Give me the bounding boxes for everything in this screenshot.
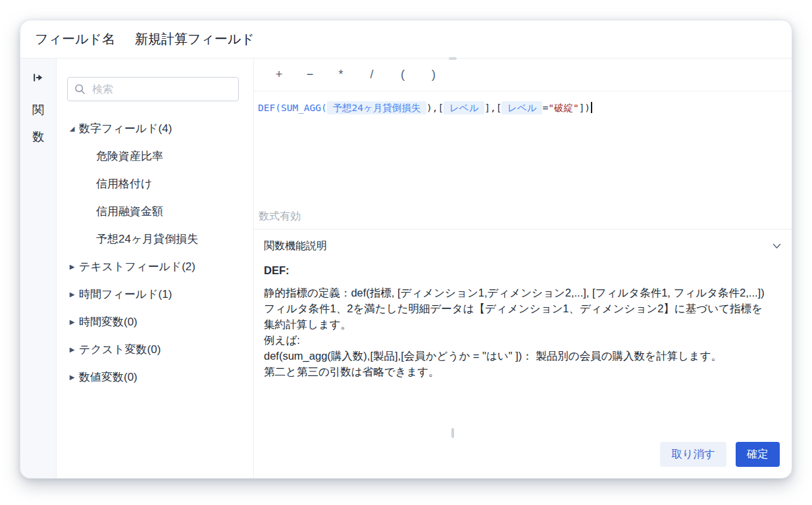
formula-token-fn: (	[275, 103, 281, 113]
doc-line: def(sum_agg(購入数),[製品],[会員かどうか = "はい" ])：…	[264, 348, 768, 364]
formula-token-field: レベル	[444, 101, 484, 114]
formula-token-plain: =	[542, 103, 548, 113]
operator-paren-open-button[interactable]: (	[397, 68, 408, 82]
triangle-collapsed-icon: ▶	[67, 291, 77, 298]
doc-line: 静的指標の定義：def(指標, [ディメンション1,ディメンション2,...],…	[264, 285, 768, 301]
tree-category-label: 数値変数(0)	[79, 370, 138, 385]
function-doc-panel: 関数機能説明 DEF: 静的指標の定義：def(指標, [ディメンション1,ディ…	[254, 229, 792, 431]
operator-multiply-button[interactable]: *	[336, 68, 346, 82]
tree-field-item[interactable]: 予想24ヶ月貸倒損失	[57, 225, 253, 252]
triangle-collapsed-icon: ▶	[67, 373, 77, 381]
tree-category[interactable]: ▶時間変数(0)	[57, 308, 253, 335]
tree-category-label: 数字フィールド(4)	[79, 121, 172, 136]
confirm-button[interactable]: 確定	[736, 442, 780, 467]
field-name-value[interactable]: 新規計算フィールド	[135, 30, 255, 48]
tree-category-label: テキストフィールド(2)	[79, 259, 195, 274]
function-rail-label: 関数	[32, 97, 45, 151]
doc-panel-title: 関数機能説明	[264, 239, 327, 253]
field-tree: ◢数字フィールド(4)危険資産比率信用格付け信用融資金額予想24ヶ月貸倒損失▶テ…	[57, 114, 253, 391]
formula-token-plain: ),[	[426, 103, 444, 113]
chevron-down-icon[interactable]	[771, 241, 782, 252]
doc-line: 例えば:	[264, 332, 768, 348]
dialog-footer: 取り消す 確定	[254, 431, 792, 478]
tree-category-label: テクスト変数(0)	[79, 342, 161, 357]
horizontal-resize-handle[interactable]	[449, 57, 457, 60]
expand-panel-icon[interactable]	[32, 72, 44, 84]
triangle-collapsed-icon: ▶	[67, 346, 77, 353]
doc-panel-header: 関数機能説明	[254, 229, 792, 262]
cancel-button[interactable]: 取り消す	[660, 442, 726, 467]
doc-function-name: DEF:	[264, 262, 768, 278]
formula-editor[interactable]: DEF(SUM_AGG( 予想24ヶ月貸倒損失 ),[ レベル ],[ レベル …	[254, 91, 792, 204]
function-rail: 関数	[20, 59, 57, 478]
formula-token-fn: (	[321, 103, 327, 113]
formula-token-field: 予想24ヶ月貸倒損失	[327, 101, 426, 114]
main-area: +−*/() DEF(SUM_AGG( 予想24ヶ月貸倒損失 ),[ レベル ]…	[254, 59, 792, 478]
formula-token-plain: ])	[579, 103, 590, 113]
search-input[interactable]	[91, 83, 232, 96]
tree-category[interactable]: ▶時間フィールド(1)	[57, 280, 253, 308]
dialog-body: 関数 ◢数字フィールド(4)危険資産比率信用格付け信用融資金額予想24ヶ月貸倒損…	[20, 59, 792, 478]
formula-token-fn: SUM_AGG	[281, 103, 321, 113]
tree-category[interactable]: ◢数字フィールド(4)	[57, 114, 253, 142]
dialog-header: フィールド名 新規計算フィールド	[20, 20, 792, 59]
search-icon	[74, 84, 86, 95]
doc-body: DEF: 静的指標の定義：def(指標, [ディメンション1,ディメンション2,…	[254, 262, 792, 379]
tree-category[interactable]: ▶数値変数(0)	[57, 363, 253, 391]
triangle-collapsed-icon: ▶	[67, 263, 77, 270]
tree-category-label: 時間フィールド(1)	[79, 287, 172, 302]
tree-field-item[interactable]: 信用融資金額	[57, 197, 253, 225]
field-list-panel: ◢数字フィールド(4)危険資産比率信用格付け信用融資金額予想24ヶ月貸倒損失▶テ…	[57, 59, 254, 478]
tree-field-item[interactable]: 危険資産比率	[57, 142, 253, 170]
search-box[interactable]	[67, 77, 239, 101]
operator-toolbar: +−*/()	[254, 59, 792, 91]
formula-token-field: レベル	[501, 101, 542, 114]
tree-field-item[interactable]: 信用格付け	[57, 170, 253, 197]
formula-token-plain: ],[	[484, 103, 501, 113]
formula-token-fn: DEF	[258, 103, 275, 113]
tree-category[interactable]: ▶テクスト変数(0)	[57, 335, 253, 363]
formula-line: DEF(SUM_AGG( 予想24ヶ月貸倒損失 ),[ レベル ],[ レベル …	[258, 100, 784, 116]
doc-line: 第二と第三の引数は省略できます。	[264, 364, 768, 379]
operator-divide-button[interactable]: /	[367, 68, 377, 82]
operator-plus-button[interactable]: +	[274, 68, 284, 82]
triangle-collapsed-icon: ▶	[67, 318, 77, 325]
operator-minus-button[interactable]: −	[305, 68, 315, 82]
field-name-label: フィールド名	[35, 30, 115, 48]
tree-category[interactable]: ▶テキストフィールド(2)	[57, 252, 253, 280]
calc-field-dialog: フィールド名 新規計算フィールド 関数	[20, 20, 792, 479]
doc-lines: 静的指標の定義：def(指標, [ディメンション1,ディメンション2,...],…	[264, 285, 768, 379]
doc-line: フィルタ条件1、2を満たした明細データは【ディメンション1、ディメンション2】に…	[264, 301, 768, 332]
operator-paren-close-button[interactable]: )	[428, 68, 439, 82]
formula-status: 数式有効	[254, 204, 792, 229]
formula-token-string: "破綻"	[548, 103, 578, 113]
text-cursor	[591, 102, 592, 113]
vertical-resize-handle[interactable]	[451, 428, 454, 438]
triangle-expanded-icon: ◢	[67, 125, 77, 132]
tree-category-label: 時間変数(0)	[79, 314, 138, 329]
